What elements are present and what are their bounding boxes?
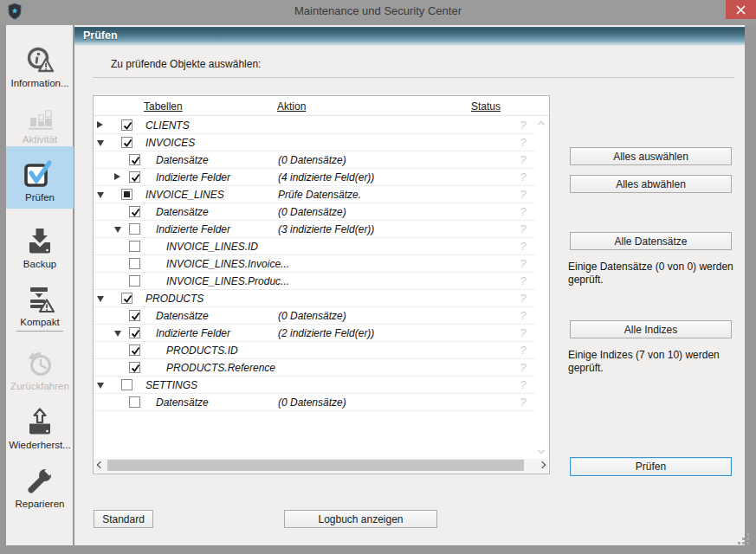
collapse-icon[interactable] <box>97 296 104 302</box>
expand-icon[interactable] <box>97 121 103 128</box>
table-row[interactable]: INVOICE_LINES.Produc...? <box>94 273 536 290</box>
column-header-status[interactable]: Status <box>471 100 501 113</box>
collapse-icon[interactable] <box>114 227 121 233</box>
table-row[interactable]: INVOICE_LINESPrüfe Datensätze.? <box>94 186 536 203</box>
table-row[interactable]: Indizierte Felder(4 indizierte Feld(er))… <box>94 169 536 186</box>
collapse-icon[interactable] <box>97 383 104 389</box>
row-status: ? <box>516 378 530 391</box>
row-status: ? <box>516 188 530 201</box>
vertical-scrollbar[interactable] <box>535 117 548 458</box>
row-checkbox[interactable] <box>129 241 140 252</box>
scroll-right-icon[interactable] <box>539 461 546 468</box>
resize-grip[interactable] <box>738 533 750 545</box>
table-row[interactable]: INVOICES? <box>94 134 536 151</box>
sidebar-item-label: Backup <box>23 259 56 270</box>
scroll-up-icon[interactable] <box>538 121 545 128</box>
row-checkbox[interactable] <box>129 258 140 269</box>
row-checkbox[interactable] <box>129 362 140 373</box>
table-row[interactable]: Indizierte Felder(2 indizierte Feld(er))… <box>94 325 536 342</box>
sidebar: Information... Aktivität Analyse <box>6 25 74 545</box>
panel-header: Prüfen <box>74 27 745 45</box>
table-row[interactable]: INVOICE_LINES.Invoice...? <box>94 255 536 273</box>
row-name: PRODUCTS.ID <box>166 345 238 357</box>
sidebar-item-kompakt[interactable]: Kompakt <box>6 274 74 328</box>
table-row[interactable]: CLIENTS? <box>94 117 536 134</box>
row-checkbox[interactable] <box>129 171 140 183</box>
horizontal-scrollbar-thumb[interactable] <box>107 460 524 471</box>
row-checkbox[interactable] <box>129 396 140 408</box>
expand-icon[interactable] <box>114 173 120 180</box>
row-checkbox[interactable] <box>129 154 140 165</box>
table-row[interactable]: INVOICE_LINES.ID? <box>94 238 536 255</box>
row-checkbox[interactable] <box>121 119 132 131</box>
maintenance-security-center-window: Maintenance und Security Center Informat… <box>0 0 756 554</box>
table-row[interactable]: Indizierte Felder(3 indizierte Feld(er))… <box>94 221 536 238</box>
row-checkbox[interactable] <box>129 310 140 321</box>
close-icon <box>736 5 746 15</box>
column-header-tabellen[interactable]: Tabellen <box>144 100 183 113</box>
row-checkbox[interactable] <box>129 206 140 217</box>
close-button[interactable] <box>726 0 756 19</box>
table-row[interactable]: PRODUCTS.ID? <box>94 342 536 359</box>
table-row[interactable]: SETTINGS? <box>94 377 536 394</box>
row-checkbox[interactable] <box>121 293 132 304</box>
column-header-aktion[interactable]: Aktion <box>277 100 306 113</box>
row-name: CLIENTS <box>145 119 190 132</box>
backup-drive-down-icon <box>24 227 55 256</box>
standard-button[interactable]: Standard <box>94 510 153 528</box>
row-name: INVOICE_LINES.ID <box>166 241 258 253</box>
sidebar-item-wiederherstellen[interactable]: Wiederherst... <box>6 397 74 451</box>
select-all-button[interactable]: Alles auswählen <box>570 147 732 165</box>
row-checkbox[interactable] <box>121 379 132 390</box>
sidebar-item-pruefen[interactable]: Prüfen <box>6 146 74 209</box>
row-checkbox[interactable] <box>129 223 140 235</box>
sidebar-divider <box>16 331 63 332</box>
all-indexes-button[interactable]: Alle Indizes <box>570 320 732 338</box>
row-name: Datensätze <box>156 206 209 218</box>
table-row[interactable]: Datensätze(0 Datensätze)? <box>94 307 536 325</box>
deselect-all-button[interactable]: Alles abwählen <box>570 175 732 193</box>
sidebar-item-zurueckfahren[interactable]: Zurückfahren <box>6 342 74 392</box>
row-action: (0 Datensätze) <box>278 396 346 409</box>
show-log-button[interactable]: Logbuch anzeigen <box>284 510 437 528</box>
panel-title: Prüfen <box>83 29 118 42</box>
row-checkbox[interactable] <box>121 189 132 200</box>
row-name: Indizierte Felder <box>156 223 230 235</box>
row-name: INVOICES <box>145 137 195 149</box>
collapse-icon[interactable] <box>97 140 104 146</box>
row-status: ? <box>516 205 530 218</box>
row-status: ? <box>516 396 530 409</box>
row-status: ? <box>516 361 530 374</box>
collapse-icon[interactable] <box>97 192 104 198</box>
row-status: ? <box>516 326 530 339</box>
info-warning-icon <box>24 46 55 75</box>
row-action: (2 indizierte Feld(er)) <box>278 327 374 339</box>
horizontal-scrollbar[interactable] <box>94 459 548 473</box>
row-checkbox[interactable] <box>129 275 140 287</box>
row-status: ? <box>516 136 530 149</box>
table-row[interactable]: Datensätze(0 Datensätze)? <box>94 394 536 411</box>
sidebar-item-backup[interactable]: Backup <box>6 216 74 270</box>
window-title: Maintenance und Security Center <box>294 4 462 17</box>
indexes-status-text: Einige Indizes (7 von 10) werden geprüft… <box>568 349 750 375</box>
sidebar-item-label: Zurückfahren <box>10 381 69 392</box>
row-status: ? <box>516 119 530 132</box>
table-row[interactable]: PRODUCTS.Reference? <box>94 359 536 377</box>
verify-button[interactable]: Prüfen <box>570 457 732 476</box>
sidebar-item-reparieren[interactable]: Reparieren <box>6 456 74 510</box>
table-row[interactable]: Datensätze(0 Datensätze)? <box>94 151 536 169</box>
titlebar[interactable]: Maintenance und Security Center <box>0 0 756 25</box>
row-checkbox[interactable] <box>129 345 140 356</box>
row-checkbox[interactable] <box>129 327 140 338</box>
collapse-icon[interactable] <box>114 331 121 337</box>
repair-wrench-icon <box>24 467 55 496</box>
table-row[interactable]: Datensätze(0 Datensätze)? <box>94 203 536 221</box>
scroll-left-icon[interactable] <box>97 461 104 468</box>
row-name: PRODUCTS <box>145 293 204 305</box>
restore-drive-up-icon <box>24 408 55 437</box>
table-row[interactable]: PRODUCTS? <box>94 290 536 307</box>
row-checkbox[interactable] <box>121 137 132 148</box>
scroll-down-icon[interactable] <box>538 447 545 454</box>
all-records-button[interactable]: Alle Datensätze <box>570 232 732 250</box>
sidebar-item-information[interactable]: Information... <box>6 35 74 89</box>
